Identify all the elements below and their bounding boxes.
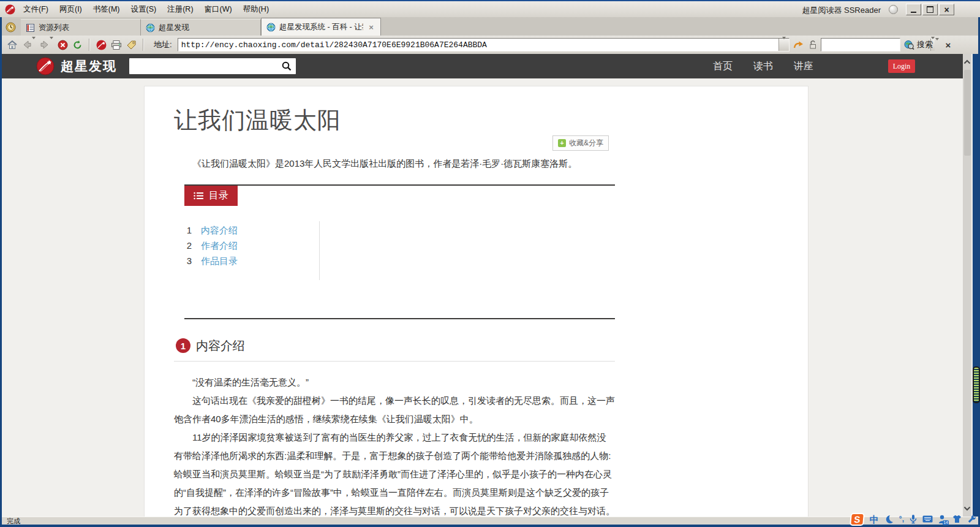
menu-register[interactable]: 注册(R) — [162, 2, 198, 17]
section-heading: 1 内容介绍 — [174, 338, 615, 362]
search-globe-icon — [904, 40, 914, 50]
chaoxing-logo-icon[interactable] — [36, 57, 55, 75]
section-number-badge: 1 — [176, 338, 190, 353]
globe-icon — [266, 23, 276, 32]
tag-button[interactable] — [125, 37, 138, 52]
address-dropdown-icon[interactable] — [778, 39, 789, 51]
app-window: 文件(F) 网页(I) 书签(M) 设置(S) 注册(R) 窗口(W) 帮助(H… — [0, 0, 980, 527]
toc-link-content-intro[interactable]: 内容介绍 — [201, 222, 238, 238]
refresh-button[interactable] — [71, 37, 84, 52]
tab-resource-list[interactable]: 资源列表 — [21, 19, 141, 36]
toolbar-separator — [143, 39, 144, 51]
scroll-up-icon[interactable] — [963, 55, 971, 69]
print-button[interactable] — [110, 37, 123, 52]
moon-icon[interactable] — [884, 515, 894, 524]
tab-label: 超星发现系统 - 百科 - 让我 — [279, 22, 363, 32]
search-button[interactable]: 搜索 — [902, 39, 941, 50]
frame-indicator-gadget — [973, 366, 980, 403]
tab-encyclopedia-active[interactable]: 超星发现系统 - 百科 - 让我 — [261, 18, 381, 36]
address-input[interactable] — [178, 40, 778, 50]
login-button[interactable]: Login — [888, 59, 915, 73]
menu-file[interactable]: 文件(F) — [18, 2, 54, 17]
tab-close-icon[interactable] — [367, 23, 375, 31]
table-of-contents: 目录 1 内容介绍 2 作者介绍 3 — [184, 184, 615, 319]
app-round-button[interactable] — [889, 5, 898, 14]
toolbar-search-box — [821, 38, 900, 51]
toc-divider — [319, 221, 320, 280]
address-bar — [178, 38, 790, 51]
site-brand[interactable]: 超星发现 — [61, 58, 117, 75]
paragraph: “没有温柔的生活毫无意义。” — [174, 373, 615, 392]
tab-bar: 资源列表 超星发现 超星发现系统 - 百科 - 让我 — [2, 17, 978, 36]
menu-bookmarks[interactable]: 书签(M) — [88, 2, 126, 17]
scrollbar-thumb[interactable] — [964, 70, 971, 156]
ssreader-button[interactable] — [95, 37, 108, 52]
lock-icon[interactable] — [807, 37, 819, 52]
menu-window[interactable]: 窗口(W) — [199, 2, 238, 17]
back-dropdown-icon[interactable] — [32, 39, 36, 50]
paragraph: 这句话出现在《我亲爱的甜橙树》一书的结尾，像一声长长的叹息，引发读者的无尽思索。… — [174, 392, 615, 428]
menu-help[interactable]: 帮助(H) — [238, 2, 274, 17]
profile-count-badge: 14 — [943, 520, 949, 525]
list-icon — [194, 192, 203, 200]
home-button[interactable] — [6, 37, 19, 52]
site-header: 超星发现 首页 读书 讲座 Login — [2, 54, 963, 78]
minimize-button[interactable] — [906, 4, 921, 15]
sogou-logo-icon[interactable]: S — [850, 513, 865, 526]
title-bar: 文件(F) 网页(I) 书签(M) 设置(S) 注册(R) 窗口(W) 帮助(H… — [0, 0, 980, 17]
toc-header: 目录 — [184, 186, 238, 206]
user-profile-icon[interactable]: 14 — [938, 515, 947, 524]
favorite-share-button[interactable]: 收藏&分享 — [552, 135, 609, 151]
status-bar: 完成 — [2, 517, 978, 525]
resource-list-icon — [26, 23, 35, 32]
ime-punctuation-toggle[interactable]: °, — [899, 515, 904, 523]
tab-label: 资源列表 — [39, 23, 135, 33]
window-controls — [906, 4, 954, 15]
paragraph: 11岁的泽泽因家境贫寒被送到了富有的当医生的养父家，过上了衣食无忧的生活，但新的… — [174, 428, 615, 517]
toc-link-works-list[interactable]: 作品目录 — [201, 253, 238, 268]
toc-item: 1 内容介绍 — [186, 222, 615, 238]
go-button[interactable] — [791, 37, 805, 52]
section-title: 内容介绍 — [196, 338, 245, 354]
magnifier-icon[interactable] — [282, 61, 292, 71]
menu-webpage[interactable]: 网页(I) — [54, 2, 88, 17]
article-title: 让我们温暖太阳 — [174, 105, 615, 136]
site-nav: 首页 读书 讲座 — [713, 60, 813, 73]
forward-dropdown-icon[interactable] — [50, 39, 53, 50]
stop-button[interactable] — [56, 37, 69, 52]
ime-language-toggle[interactable]: 中 — [870, 515, 879, 524]
close-button[interactable] — [939, 4, 954, 15]
status-text: 完成 — [7, 517, 20, 525]
site-search-input[interactable] — [129, 58, 282, 74]
toc-title: 目录 — [209, 189, 228, 202]
history-clock-icon[interactable] — [6, 22, 16, 32]
address-label: 地址: — [154, 39, 172, 50]
page-background: 让我们温暖太阳 收藏&分享 《让我们温暖太阳》是2013年人民文学出版社出版的图… — [2, 78, 963, 517]
wrench-settings-icon[interactable] — [967, 515, 976, 524]
tab-label: 超星发现 — [159, 23, 255, 33]
search-button-label: 搜索 — [917, 39, 933, 50]
search-options-dropdown-icon[interactable] — [935, 40, 939, 50]
toc-link-author-intro[interactable]: 作者介绍 — [201, 238, 238, 253]
nav-lectures[interactable]: 讲座 — [794, 60, 813, 73]
restore-button[interactable] — [922, 4, 938, 15]
menu-bar: 文件(F) 网页(I) 书签(M) 设置(S) 注册(R) 窗口(W) 帮助(H… — [18, 2, 274, 17]
nav-home[interactable]: 首页 — [713, 60, 733, 73]
search-close-icon[interactable] — [943, 39, 954, 50]
article-panel: 让我们温暖太阳 收藏&分享 《让我们温暖太阳》是2013年人民文学出版社出版的图… — [144, 86, 809, 517]
forward-button[interactable] — [39, 37, 55, 52]
vertical-scrollbar[interactable] — [963, 54, 973, 517]
article-summary: 《让我们温暖太阳》是2013年人民文学出版社出版的图书，作者是若泽·毛罗·德瓦斯… — [174, 157, 615, 171]
globe-icon — [146, 23, 155, 32]
toc-bottom-rule — [184, 318, 615, 319]
toolbar-separator — [89, 39, 90, 51]
menu-settings[interactable]: 设置(S) — [126, 2, 162, 17]
nav-reading[interactable]: 读书 — [753, 60, 773, 73]
microphone-icon[interactable] — [910, 514, 917, 524]
keyboard-icon[interactable] — [922, 515, 933, 523]
tab-chaoxing-discover[interactable]: 超星发现 — [141, 19, 261, 36]
back-button[interactable] — [21, 37, 37, 52]
window-title: 超星阅读器 SSReader — [802, 5, 881, 16]
skin-shirt-icon[interactable] — [952, 515, 962, 523]
toc-item: 2 作者介绍 — [186, 238, 615, 253]
